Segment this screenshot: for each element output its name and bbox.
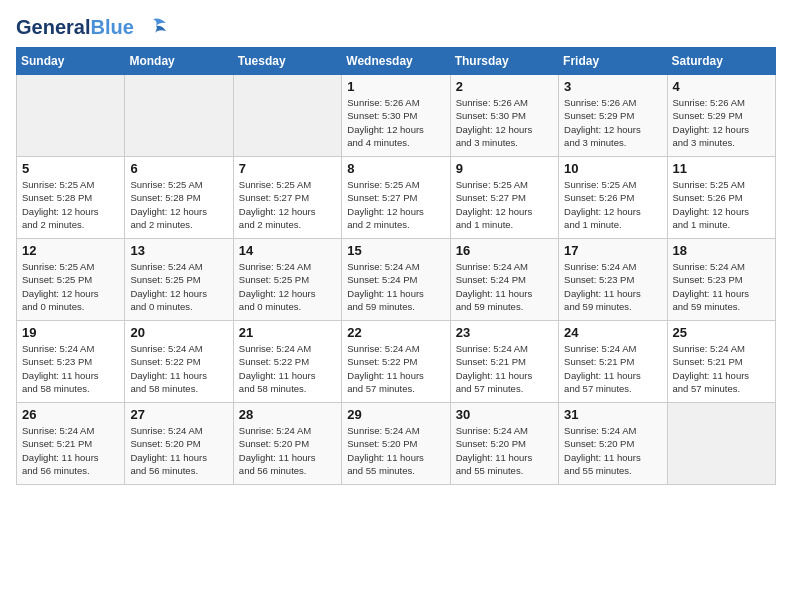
day-number: 2 <box>456 79 553 94</box>
day-info: Sunrise: 5:24 AM Sunset: 5:21 PM Dayligh… <box>456 342 553 395</box>
day-info: Sunrise: 5:26 AM Sunset: 5:30 PM Dayligh… <box>347 96 444 149</box>
day-number: 21 <box>239 325 336 340</box>
calendar-cell: 17Sunrise: 5:24 AM Sunset: 5:23 PM Dayli… <box>559 239 667 321</box>
day-number: 20 <box>130 325 227 340</box>
col-header-friday: Friday <box>559 48 667 75</box>
calendar-cell: 29Sunrise: 5:24 AM Sunset: 5:20 PM Dayli… <box>342 403 450 485</box>
day-info: Sunrise: 5:26 AM Sunset: 5:29 PM Dayligh… <box>564 96 661 149</box>
calendar-cell: 15Sunrise: 5:24 AM Sunset: 5:24 PM Dayli… <box>342 239 450 321</box>
day-info: Sunrise: 5:24 AM Sunset: 5:22 PM Dayligh… <box>130 342 227 395</box>
day-info: Sunrise: 5:24 AM Sunset: 5:20 PM Dayligh… <box>564 424 661 477</box>
calendar-cell: 7Sunrise: 5:25 AM Sunset: 5:27 PM Daylig… <box>233 157 341 239</box>
calendar-cell: 31Sunrise: 5:24 AM Sunset: 5:20 PM Dayli… <box>559 403 667 485</box>
day-info: Sunrise: 5:24 AM Sunset: 5:23 PM Dayligh… <box>673 260 770 313</box>
day-number: 7 <box>239 161 336 176</box>
calendar-cell: 28Sunrise: 5:24 AM Sunset: 5:20 PM Dayli… <box>233 403 341 485</box>
day-number: 6 <box>130 161 227 176</box>
calendar-cell: 18Sunrise: 5:24 AM Sunset: 5:23 PM Dayli… <box>667 239 775 321</box>
day-number: 9 <box>456 161 553 176</box>
calendar-table: SundayMondayTuesdayWednesdayThursdayFrid… <box>16 47 776 485</box>
calendar-cell: 24Sunrise: 5:24 AM Sunset: 5:21 PM Dayli… <box>559 321 667 403</box>
day-number: 22 <box>347 325 444 340</box>
calendar-cell: 20Sunrise: 5:24 AM Sunset: 5:22 PM Dayli… <box>125 321 233 403</box>
day-number: 10 <box>564 161 661 176</box>
calendar-cell: 25Sunrise: 5:24 AM Sunset: 5:21 PM Dayli… <box>667 321 775 403</box>
calendar-cell: 6Sunrise: 5:25 AM Sunset: 5:28 PM Daylig… <box>125 157 233 239</box>
calendar-cell: 12Sunrise: 5:25 AM Sunset: 5:25 PM Dayli… <box>17 239 125 321</box>
calendar-cell: 3Sunrise: 5:26 AM Sunset: 5:29 PM Daylig… <box>559 75 667 157</box>
day-number: 31 <box>564 407 661 422</box>
calendar-cell: 8Sunrise: 5:25 AM Sunset: 5:27 PM Daylig… <box>342 157 450 239</box>
calendar-cell: 22Sunrise: 5:24 AM Sunset: 5:22 PM Dayli… <box>342 321 450 403</box>
col-header-saturday: Saturday <box>667 48 775 75</box>
day-info: Sunrise: 5:25 AM Sunset: 5:27 PM Dayligh… <box>347 178 444 231</box>
day-info: Sunrise: 5:24 AM Sunset: 5:22 PM Dayligh… <box>239 342 336 395</box>
calendar-cell: 11Sunrise: 5:25 AM Sunset: 5:26 PM Dayli… <box>667 157 775 239</box>
col-header-tuesday: Tuesday <box>233 48 341 75</box>
day-info: Sunrise: 5:24 AM Sunset: 5:23 PM Dayligh… <box>564 260 661 313</box>
day-info: Sunrise: 5:25 AM Sunset: 5:27 PM Dayligh… <box>239 178 336 231</box>
day-info: Sunrise: 5:25 AM Sunset: 5:27 PM Dayligh… <box>456 178 553 231</box>
day-number: 30 <box>456 407 553 422</box>
calendar-cell: 16Sunrise: 5:24 AM Sunset: 5:24 PM Dayli… <box>450 239 558 321</box>
day-info: Sunrise: 5:25 AM Sunset: 5:25 PM Dayligh… <box>22 260 119 313</box>
day-number: 26 <box>22 407 119 422</box>
header: GeneralBlue <box>16 16 776 39</box>
calendar-cell: 19Sunrise: 5:24 AM Sunset: 5:23 PM Dayli… <box>17 321 125 403</box>
day-info: Sunrise: 5:24 AM Sunset: 5:24 PM Dayligh… <box>347 260 444 313</box>
col-header-wednesday: Wednesday <box>342 48 450 75</box>
day-info: Sunrise: 5:24 AM Sunset: 5:22 PM Dayligh… <box>347 342 444 395</box>
week-row-5: 26Sunrise: 5:24 AM Sunset: 5:21 PM Dayli… <box>17 403 776 485</box>
day-number: 5 <box>22 161 119 176</box>
calendar-cell: 14Sunrise: 5:24 AM Sunset: 5:25 PM Dayli… <box>233 239 341 321</box>
logo-bird-icon <box>138 17 168 39</box>
day-number: 14 <box>239 243 336 258</box>
logo-area: GeneralBlue <box>16 16 168 39</box>
day-number: 17 <box>564 243 661 258</box>
day-number: 1 <box>347 79 444 94</box>
day-info: Sunrise: 5:25 AM Sunset: 5:26 PM Dayligh… <box>564 178 661 231</box>
day-info: Sunrise: 5:24 AM Sunset: 5:25 PM Dayligh… <box>239 260 336 313</box>
calendar-cell: 9Sunrise: 5:25 AM Sunset: 5:27 PM Daylig… <box>450 157 558 239</box>
day-number: 19 <box>22 325 119 340</box>
day-number: 13 <box>130 243 227 258</box>
col-header-sunday: Sunday <box>17 48 125 75</box>
week-row-3: 12Sunrise: 5:25 AM Sunset: 5:25 PM Dayli… <box>17 239 776 321</box>
day-info: Sunrise: 5:25 AM Sunset: 5:28 PM Dayligh… <box>22 178 119 231</box>
calendar-cell: 10Sunrise: 5:25 AM Sunset: 5:26 PM Dayli… <box>559 157 667 239</box>
day-number: 29 <box>347 407 444 422</box>
calendar-cell: 13Sunrise: 5:24 AM Sunset: 5:25 PM Dayli… <box>125 239 233 321</box>
day-info: Sunrise: 5:24 AM Sunset: 5:21 PM Dayligh… <box>22 424 119 477</box>
calendar-cell: 27Sunrise: 5:24 AM Sunset: 5:20 PM Dayli… <box>125 403 233 485</box>
calendar-cell: 4Sunrise: 5:26 AM Sunset: 5:29 PM Daylig… <box>667 75 775 157</box>
calendar-cell <box>233 75 341 157</box>
logo-text: GeneralBlue <box>16 16 134 39</box>
day-number: 15 <box>347 243 444 258</box>
calendar-cell: 23Sunrise: 5:24 AM Sunset: 5:21 PM Dayli… <box>450 321 558 403</box>
day-number: 3 <box>564 79 661 94</box>
calendar-cell <box>125 75 233 157</box>
day-number: 11 <box>673 161 770 176</box>
week-row-4: 19Sunrise: 5:24 AM Sunset: 5:23 PM Dayli… <box>17 321 776 403</box>
week-row-2: 5Sunrise: 5:25 AM Sunset: 5:28 PM Daylig… <box>17 157 776 239</box>
header-row: SundayMondayTuesdayWednesdayThursdayFrid… <box>17 48 776 75</box>
day-number: 23 <box>456 325 553 340</box>
day-number: 24 <box>564 325 661 340</box>
calendar-cell: 30Sunrise: 5:24 AM Sunset: 5:20 PM Dayli… <box>450 403 558 485</box>
day-number: 16 <box>456 243 553 258</box>
day-info: Sunrise: 5:24 AM Sunset: 5:20 PM Dayligh… <box>456 424 553 477</box>
day-number: 27 <box>130 407 227 422</box>
day-info: Sunrise: 5:24 AM Sunset: 5:25 PM Dayligh… <box>130 260 227 313</box>
calendar-cell: 1Sunrise: 5:26 AM Sunset: 5:30 PM Daylig… <box>342 75 450 157</box>
day-number: 12 <box>22 243 119 258</box>
day-number: 4 <box>673 79 770 94</box>
day-info: Sunrise: 5:24 AM Sunset: 5:21 PM Dayligh… <box>564 342 661 395</box>
calendar-cell <box>667 403 775 485</box>
day-info: Sunrise: 5:25 AM Sunset: 5:26 PM Dayligh… <box>673 178 770 231</box>
col-header-monday: Monday <box>125 48 233 75</box>
day-number: 28 <box>239 407 336 422</box>
day-info: Sunrise: 5:24 AM Sunset: 5:20 PM Dayligh… <box>347 424 444 477</box>
day-info: Sunrise: 5:24 AM Sunset: 5:24 PM Dayligh… <box>456 260 553 313</box>
day-number: 25 <box>673 325 770 340</box>
week-row-1: 1Sunrise: 5:26 AM Sunset: 5:30 PM Daylig… <box>17 75 776 157</box>
